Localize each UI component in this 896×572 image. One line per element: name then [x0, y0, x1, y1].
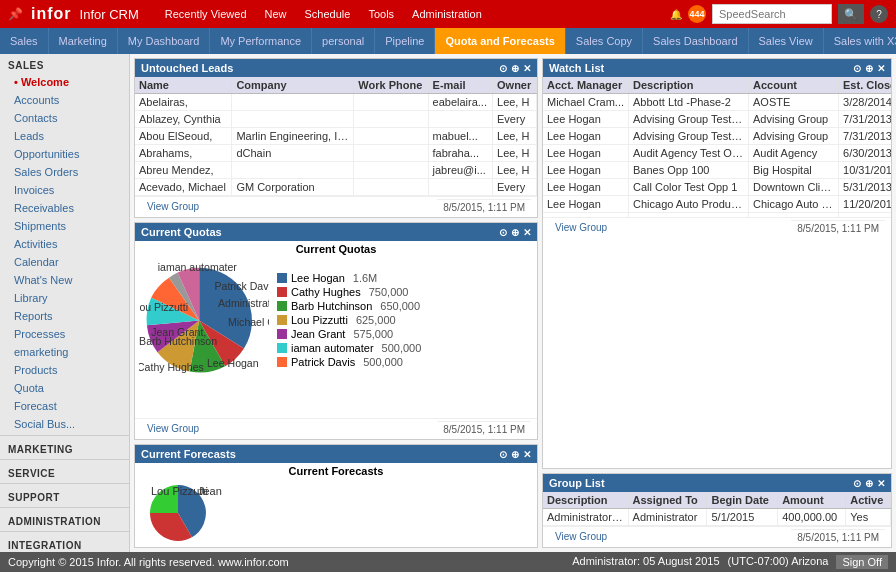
nav-new[interactable]: New — [257, 6, 295, 22]
lead-email[interactable]: mabuel... — [428, 128, 492, 145]
sidebar-item-quota[interactable]: Quota — [0, 379, 129, 397]
sidebar-item-library[interactable]: Library — [0, 289, 129, 307]
sidebar-item-accounts[interactable]: Accounts — [0, 91, 129, 109]
lead-name[interactable]: Acevado, Michael — [135, 179, 232, 196]
quotas-icon-2[interactable]: ⊕ — [511, 227, 519, 238]
lead-name[interactable]: Abou ElSeoud, — [135, 128, 232, 145]
table-row: Acevado, Michael GM Corporation Every — [135, 179, 537, 196]
alert-badge: 444 — [688, 5, 706, 23]
untouched-leads-panel: Untouched Leads ⊙ ⊕ ✕ Name Co — [134, 58, 538, 218]
sidebar-item-calendar[interactable]: Calendar — [0, 253, 129, 271]
tab-my-performance[interactable]: My Performance — [210, 28, 312, 54]
sidebar-item-invoices[interactable]: Invoices — [0, 181, 129, 199]
infor-logo: infor — [31, 5, 72, 23]
group-icon-2[interactable]: ⊕ — [865, 478, 873, 489]
sidebar-item-activities[interactable]: Activities — [0, 235, 129, 253]
sidebar-item-forecast[interactable]: Forecast — [0, 397, 129, 415]
forecasts-icon-1[interactable]: ⊙ — [499, 449, 507, 460]
watch-account[interactable]: Big Hospital — [749, 162, 839, 179]
sidebar-item-contacts[interactable]: Contacts — [0, 109, 129, 127]
sidebar-section-service: SERVICE — [0, 462, 129, 481]
untouched-leads-view-group[interactable]: View Group — [141, 199, 205, 215]
watch-description[interactable]: Chicago Auto Products-Phase I — [629, 196, 749, 213]
nav-administration[interactable]: Administration — [404, 6, 490, 22]
quotas-icon-1[interactable]: ⊙ — [499, 227, 507, 238]
group-view-group[interactable]: View Group — [549, 529, 613, 545]
watch-view-group[interactable]: View Group — [549, 220, 613, 236]
sidebar-item-welcome[interactable]: Welcome — [0, 73, 129, 91]
watch-close: 3/28/2014 — [839, 94, 891, 111]
group-close-icon[interactable]: ✕ — [877, 478, 885, 489]
quotas-view-group[interactable]: View Group — [141, 421, 205, 437]
legend-color — [277, 287, 287, 297]
sidebar-section-marketing: MARKETING — [0, 438, 129, 457]
lead-email[interactable]: fabraha... — [428, 145, 492, 162]
sidebar-item-opportunities[interactable]: Opportunities — [0, 145, 129, 163]
tab-personal[interactable]: personal — [312, 28, 375, 54]
lead-email[interactable]: jabreu@i... — [428, 162, 492, 179]
search-input[interactable] — [712, 4, 832, 24]
quotas-legend: Lee Hogan 1.6M Cathy Hughes 750,000 Barb… — [277, 272, 421, 370]
sidebar-item-leads[interactable]: Leads — [0, 127, 129, 145]
sidebar-item-processes[interactable]: Processes — [0, 325, 129, 343]
search-button[interactable]: 🔍 — [838, 4, 864, 24]
group-description[interactable]: Administrator: May, 2... — [543, 509, 628, 526]
sidebar-item-receivables[interactable]: Receivables — [0, 199, 129, 217]
sidebar-item-shipments[interactable]: Shipments — [0, 217, 129, 235]
lead-name[interactable]: Abrahams, — [135, 145, 232, 162]
watch-description[interactable]: Banes Opp 100 — [629, 162, 749, 179]
watch-description[interactable]: Advising Group Test Opp 100-1 — [629, 128, 749, 145]
watch-account[interactable]: Audit Agency — [749, 145, 839, 162]
sidebar-item-products[interactable]: Products — [0, 361, 129, 379]
watch-account[interactable]: Advising Group — [749, 128, 839, 145]
watch-description[interactable]: Advising Group Test Opp 100-1 — [629, 111, 749, 128]
sidebar-item-social[interactable]: Social Bus... — [0, 415, 129, 433]
circle-icon-1[interactable]: ⊙ — [499, 63, 507, 74]
watch-account[interactable]: Advising Group — [749, 111, 839, 128]
pie-label-jean: Jean Grant, — [151, 326, 206, 338]
tab-sales-x3[interactable]: Sales with X3 — [824, 28, 896, 54]
help-button[interactable]: ? — [870, 5, 888, 23]
tab-sales[interactable]: Sales — [0, 28, 49, 54]
lead-email[interactable]: eabelaira... — [428, 94, 492, 111]
circle-icon-2[interactable]: ⊕ — [511, 63, 519, 74]
sidebar-item-sales-orders[interactable]: Sales Orders — [0, 163, 129, 181]
tab-pipeline[interactable]: Pipeline — [375, 28, 435, 54]
nav-schedule[interactable]: Schedule — [297, 6, 359, 22]
sidebar-item-whats-new[interactable]: What's New — [0, 271, 129, 289]
watch-description[interactable]: Abbott Ltd -Phase-2 — [629, 94, 749, 111]
sidebar-item-emarketing[interactable]: emarketing — [0, 343, 129, 361]
forecasts-icon-2[interactable]: ⊕ — [511, 449, 519, 460]
watch-description[interactable]: Audit Agency Test Opp No Pr... — [629, 145, 749, 162]
tab-quota-forecasts[interactable]: Quota and Forecasts — [435, 28, 565, 54]
tab-marketing[interactable]: Marketing — [49, 28, 118, 54]
watch-account[interactable]: Downtown Clinic — [749, 179, 839, 196]
sign-off-button[interactable]: Sign Off — [836, 555, 888, 569]
watch-icon-2[interactable]: ⊕ — [865, 63, 873, 74]
tab-my-dashboard[interactable]: My Dashboard — [118, 28, 211, 54]
table-row: Lee Hogan Advising Group Test Opp 100-1 … — [543, 111, 891, 128]
sidebar-item-reports[interactable]: Reports — [0, 307, 129, 325]
lead-email[interactable] — [428, 111, 492, 128]
lead-name[interactable]: Ablazey, Cynthia — [135, 111, 232, 128]
watch-account[interactable]: AOSTE — [749, 94, 839, 111]
forecasts-close-icon[interactable]: ✕ — [523, 449, 531, 460]
lead-name[interactable]: Abreu Mendez, — [135, 162, 232, 179]
watch-icon-1[interactable]: ⊙ — [853, 63, 861, 74]
lead-name[interactable]: Abelairas, — [135, 94, 232, 111]
watch-account[interactable]: Chicago Auto Products — [749, 196, 839, 213]
group-icon-1[interactable]: ⊙ — [853, 478, 861, 489]
watch-description[interactable]: Call Color Test Opp 1 — [629, 179, 749, 196]
tab-sales-view[interactable]: Sales View — [749, 28, 824, 54]
nav-recently-viewed[interactable]: Recently Viewed — [157, 6, 255, 22]
pie-label-patrick: Patrick Davis — [215, 280, 269, 292]
quotas-close-icon[interactable]: ✕ — [523, 227, 531, 238]
lead-email[interactable] — [428, 179, 492, 196]
tab-sales-dashboard[interactable]: Sales Dashboard — [643, 28, 748, 54]
group-list-panel: Group List ⊙ ⊕ ✕ Description — [542, 473, 892, 548]
tab-sales-copy[interactable]: Sales Copy — [566, 28, 643, 54]
close-icon[interactable]: ✕ — [523, 63, 531, 74]
nav-tools[interactable]: Tools — [360, 6, 402, 22]
watch-close-icon[interactable]: ✕ — [877, 63, 885, 74]
watch-icons: ⊙ ⊕ ✕ — [853, 63, 885, 74]
